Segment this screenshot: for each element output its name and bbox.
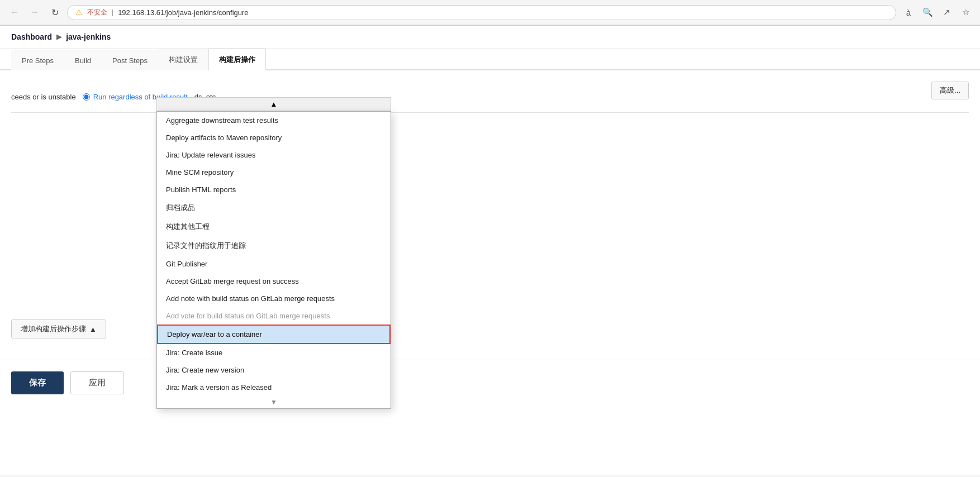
translate-button[interactable]: à [901, 4, 916, 20]
dropdown-item-jira-mark-version[interactable]: Jira: Mark a version as Released [157, 379, 391, 396]
dropdown-item-add-note-gitlab[interactable]: Add note with build status on GitLab mer… [157, 290, 391, 307]
page-content: Dashboard ▶ java-jenkins Pre Steps Build… [0, 26, 980, 475]
add-step-container: 增加构建后操作步骤 ▲ [11, 303, 106, 338]
apply-button[interactable]: 应用 [70, 371, 124, 394]
reload-button[interactable]: ↻ [47, 4, 63, 20]
bottom-actions: 保存 应用 [0, 360, 980, 406]
run-condition-row: ceeds or is unstable Run regardless of b… [11, 93, 969, 101]
scroll-down-indicator: ▼ [157, 396, 391, 408]
browser-toolbar: ← → ↻ ⚠ 不安全 | 192.168.13.61/job/java-jen… [0, 0, 980, 25]
browser-chrome: ← → ↻ ⚠ 不安全 | 192.168.13.61/job/java-jen… [0, 0, 980, 26]
advanced-button[interactable]: 高级... [931, 82, 969, 99]
bookmark-button[interactable]: ☆ [958, 4, 973, 20]
breadcrumb-job[interactable]: java-jenkins [66, 32, 111, 41]
page-header: Dashboard ▶ java-jenkins [0, 26, 980, 49]
dropdown-wrapper: ▲ Aggregate downstream test results Depl… [156, 97, 391, 409]
section-divider [11, 112, 969, 113]
dropdown-item-accept-gitlab[interactable]: Accept GitLab merge request on success [157, 273, 391, 290]
tab-post-build[interactable]: 构建后操作 [208, 49, 266, 70]
dropdown-item-git-publisher[interactable]: Git Publisher [157, 255, 391, 273]
url-separator: | [112, 8, 113, 16]
run-regardless-radio[interactable] [83, 93, 90, 101]
address-bar: ⚠ 不安全 | 192.168.13.61/job/java-jenkins/c… [67, 5, 896, 20]
add-step-button[interactable]: 增加构建后操作步骤 ▲ [11, 319, 106, 338]
security-text: 不安全 [87, 8, 107, 17]
browser-actions: à 🔍 ↗ ☆ [901, 4, 973, 20]
dropdown-item-add-vote-gitlab[interactable]: Add vote for build status on GitLab merg… [157, 307, 391, 325]
dropdown-trigger-arrow: ▲ [270, 100, 278, 108]
forward-button[interactable]: → [27, 4, 42, 20]
breadcrumb-dashboard[interactable]: Dashboard [11, 32, 52, 41]
add-step-label: 增加构建后操作步骤 [21, 324, 86, 334]
save-button[interactable]: 保存 [11, 371, 64, 394]
dropdown-item-jira-create-issue[interactable]: Jira: Create issue [157, 344, 391, 361]
tab-post-steps[interactable]: Post Steps [102, 50, 158, 70]
dropdown-item-mine-scm[interactable]: Mine SCM repository [157, 164, 391, 181]
dropdown-trigger[interactable]: ▲ [156, 97, 391, 111]
dropdown-item-jira-update[interactable]: Jira: Update relevant issues [157, 146, 391, 164]
dropdown-item-deploy-maven[interactable]: Deploy artifacts to Maven repository [157, 129, 391, 146]
back-button[interactable]: ← [7, 4, 22, 20]
run-condition-prefix: ceeds or is unstable [11, 93, 76, 101]
dropdown-item-fingerprint[interactable]: 记录文件的指纹用于追踪 [157, 236, 391, 255]
tab-bar: Pre Steps Build Post Steps 构建设置 构建后操作 [0, 49, 980, 70]
main-area: 高级... ceeds or is unstable Run regardles… [0, 70, 980, 406]
dropdown-item-build-other[interactable]: 构建其他工程 [157, 217, 391, 236]
zoom-button[interactable]: 🔍 [920, 4, 935, 20]
dropdown-item-publish-html[interactable]: Publish HTML reports [157, 181, 391, 198]
add-step-arrow: ▲ [89, 325, 97, 333]
dropdown-item-aggregate[interactable]: Aggregate downstream test results [157, 112, 391, 129]
breadcrumb-arrow: ▶ [56, 33, 61, 41]
dropdown-item-jira-create-version[interactable]: Jira: Create new version [157, 361, 391, 379]
dropdown-item-deploy-war[interactable]: Deploy war/ear to a container [157, 325, 391, 344]
tab-build-settings[interactable]: 构建设置 [158, 49, 208, 70]
security-warning-icon: ⚠ [75, 8, 83, 17]
url-display: 192.168.13.61/job/java-jenkins/configure [118, 8, 888, 17]
share-button[interactable]: ↗ [939, 4, 954, 20]
tab-pre-steps[interactable]: Pre Steps [11, 50, 64, 70]
dropdown-box: Aggregate downstream test results Deploy… [156, 111, 391, 409]
tab-build[interactable]: Build [64, 50, 102, 70]
dropdown-item-archive[interactable]: 归档成品 [157, 198, 391, 217]
